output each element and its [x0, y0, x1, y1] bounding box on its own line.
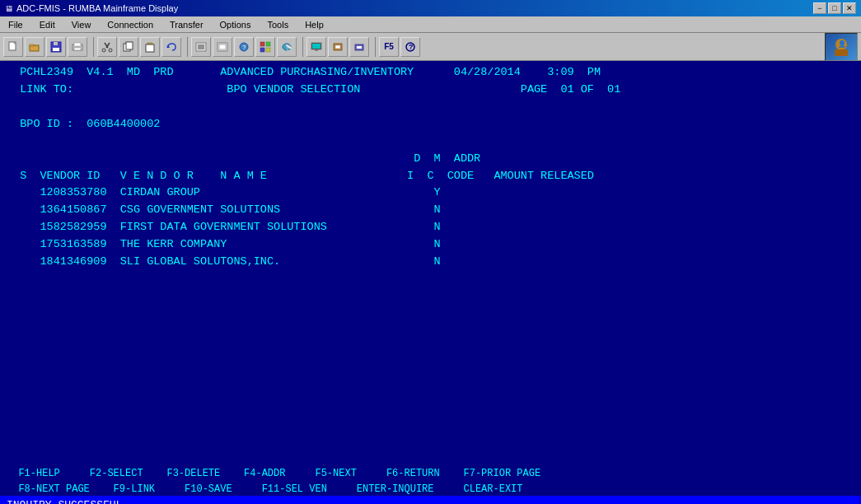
fkey-bar: F1-HELP F2-SELECT F3-DELETE F4-ADDR F5-N…: [0, 464, 861, 496]
svg-rect-5: [53, 48, 59, 51]
screen-row2: 1364150867 CSG GOVERNMENT SOLUTIONS N: [7, 202, 854, 219]
screen-row4: 1753163589 THE KERR COMPANY N: [7, 236, 854, 254]
inquiry-message: INQUIRY SUCCESSFUL: [7, 499, 122, 504]
svg-text:?: ?: [409, 44, 413, 52]
toolbar-new[interactable]: [3, 37, 23, 57]
screen-header-line2: LINK TO: BPO VENDOR SELECTION PAGE 01 OF…: [7, 82, 854, 99]
menu-options[interactable]: Options: [215, 18, 256, 31]
maximize-button[interactable]: □: [828, 2, 841, 14]
svg-rect-30: [266, 48, 270, 52]
toolbar-f5[interactable]: F5: [379, 37, 399, 57]
svg-rect-15: [126, 42, 133, 49]
menu-edit[interactable]: Edit: [35, 18, 60, 31]
close-button[interactable]: ✕: [843, 2, 856, 14]
toolbar-save[interactable]: [46, 37, 66, 57]
svg-point-13: [109, 49, 112, 52]
toolbar-monitor[interactable]: [306, 37, 326, 57]
svg-rect-43: [835, 49, 848, 56]
svg-rect-35: [315, 49, 318, 51]
svg-rect-39: [357, 46, 362, 49]
toolbar-rec3[interactable]: ?: [234, 37, 254, 57]
menu-transfer[interactable]: Transfer: [165, 18, 208, 31]
toolbar-rec1[interactable]: [191, 37, 211, 57]
title-bar-controls[interactable]: − □ ✕: [813, 2, 856, 14]
toolbar-undo[interactable]: [161, 37, 181, 57]
screen-row1: 1208353780 CIRDAN GROUP Y: [7, 184, 854, 202]
toolbar-paste[interactable]: [140, 37, 160, 57]
svg-rect-34: [312, 44, 321, 49]
svg-rect-24: [219, 44, 226, 49]
toolbar-copy[interactable]: [119, 37, 138, 57]
svg-rect-29: [260, 48, 264, 52]
toolbar: ? 📡 F5 ?: [0, 33, 861, 61]
minimize-button[interactable]: −: [813, 2, 826, 14]
app-icon-small: 🖥: [5, 4, 13, 13]
main-screen[interactable]: PCHL2349 V4.1 MD PRD ADVANCED PURCHASING…: [0, 61, 861, 464]
menu-tools[interactable]: Tools: [262, 18, 293, 31]
toolbar-help[interactable]: ?: [400, 37, 420, 57]
screen-row5: 1841346909 SLI GLOBAL SOLUTONS,INC. N: [7, 254, 854, 271]
svg-rect-37: [335, 45, 340, 49]
menu-view[interactable]: View: [67, 18, 96, 31]
svg-text:👤: 👤: [838, 40, 846, 48]
svg-rect-28: [266, 42, 270, 46]
screen-col-header2: S VENDOR ID V E N D O R N A M E I C CODE…: [7, 168, 854, 185]
svg-point-12: [102, 49, 105, 52]
toolbar-rec5[interactable]: 📡: [277, 37, 297, 57]
screen-blank1: [7, 99, 854, 116]
menu-file[interactable]: File: [3, 18, 28, 31]
svg-rect-9: [74, 48, 81, 50]
toolbar-cut[interactable]: [97, 37, 117, 57]
toolbar-open[interactable]: [25, 37, 44, 57]
svg-rect-8: [74, 43, 81, 46]
toolbar-sep1: [91, 37, 94, 57]
toolbar-print2[interactable]: [349, 37, 369, 57]
title-bar-left: 🖥 ADC-FMIS - RUMBA Mainframe Display: [5, 3, 178, 13]
svg-text:📡: 📡: [285, 44, 292, 51]
menu-bar: File Edit View Connection Transfer Optio…: [0, 16, 861, 33]
screen-blank2: [7, 133, 854, 151]
fkey-line1: F1-HELP F2-SELECT F3-DELETE F4-ADDR F5-N…: [7, 466, 854, 482]
svg-rect-3: [30, 44, 34, 46]
svg-rect-17: [146, 44, 154, 52]
toolbar-rec2[interactable]: [213, 37, 232, 57]
window-title: ADC-FMIS - RUMBA Mainframe Display: [16, 3, 178, 13]
title-bar: 🖥 ADC-FMIS - RUMBA Mainframe Display − □…: [0, 0, 861, 16]
screen-bpo-id: BPO ID : 060B4400002: [7, 116, 854, 133]
svg-rect-27: [260, 42, 264, 46]
menu-help[interactable]: Help: [300, 18, 329, 31]
menu-connection[interactable]: Connection: [102, 18, 158, 31]
svg-rect-6: [54, 42, 58, 45]
toolbar-sep4: [372, 37, 376, 57]
app-icon: 👤: [825, 33, 858, 61]
toolbar-sep2: [185, 37, 188, 57]
toolbar-rec6[interactable]: [328, 37, 348, 57]
toolbar-print[interactable]: [68, 37, 87, 57]
screen-col-header1: D M ADDR: [7, 151, 854, 168]
screen-row3: 1582582959 FIRST DATA GOVERNMENT SOLUTIO…: [7, 219, 854, 236]
svg-text:?: ?: [242, 44, 246, 51]
toolbar-rec4[interactable]: [255, 37, 275, 57]
screen-header-line1: PCHL2349 V4.1 MD PRD ADVANCED PURCHASING…: [7, 64, 854, 82]
toolbar-sep3: [300, 37, 303, 57]
